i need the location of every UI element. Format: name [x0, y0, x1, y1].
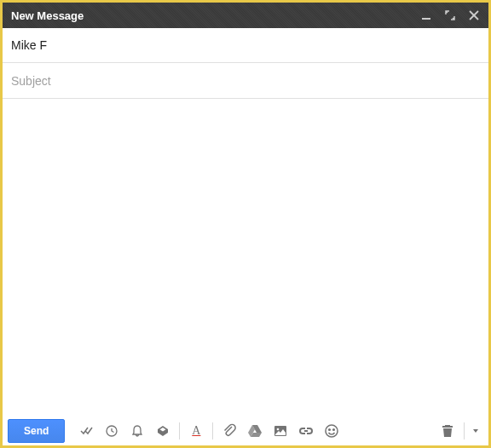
toolbar-divider	[212, 422, 213, 439]
svg-point-7	[329, 429, 331, 431]
toolbar-divider	[179, 422, 180, 439]
photo-icon[interactable]	[268, 419, 293, 443]
header-controls	[420, 9, 480, 21]
tool-group-insert	[217, 419, 344, 443]
subject-row[interactable]	[3, 63, 488, 99]
minimize-icon[interactable]	[420, 9, 432, 21]
message-body[interactable]	[3, 99, 488, 416]
subject-input[interactable]	[11, 74, 480, 88]
svg-point-6	[326, 425, 338, 437]
tool-group-left	[73, 419, 176, 443]
bell-icon[interactable]	[124, 419, 150, 443]
emoji-icon[interactable]	[319, 419, 344, 443]
link-icon[interactable]	[293, 419, 319, 443]
recipients-row[interactable]: Mike F	[3, 28, 488, 63]
compose-header: New Message	[3, 3, 488, 28]
close-icon[interactable]	[468, 9, 480, 21]
spellcheck-icon[interactable]	[73, 419, 99, 443]
drive-icon[interactable]	[242, 419, 268, 443]
svg-point-8	[333, 429, 335, 431]
toolbar-divider	[464, 422, 465, 439]
compose-footer: Send A	[3, 416, 488, 445]
clock-icon[interactable]	[99, 419, 124, 443]
send-button[interactable]: Send	[8, 419, 65, 443]
recipient-chip[interactable]: Mike F	[11, 38, 47, 52]
templates-icon[interactable]	[150, 419, 176, 443]
formatting-icon[interactable]: A	[183, 419, 209, 443]
trash-icon[interactable]	[435, 419, 460, 443]
expand-icon[interactable]	[444, 9, 456, 21]
header-title: New Message	[11, 9, 420, 22]
more-options-icon[interactable]	[468, 419, 483, 443]
attach-icon[interactable]	[217, 419, 242, 443]
svg-point-5	[277, 428, 280, 431]
